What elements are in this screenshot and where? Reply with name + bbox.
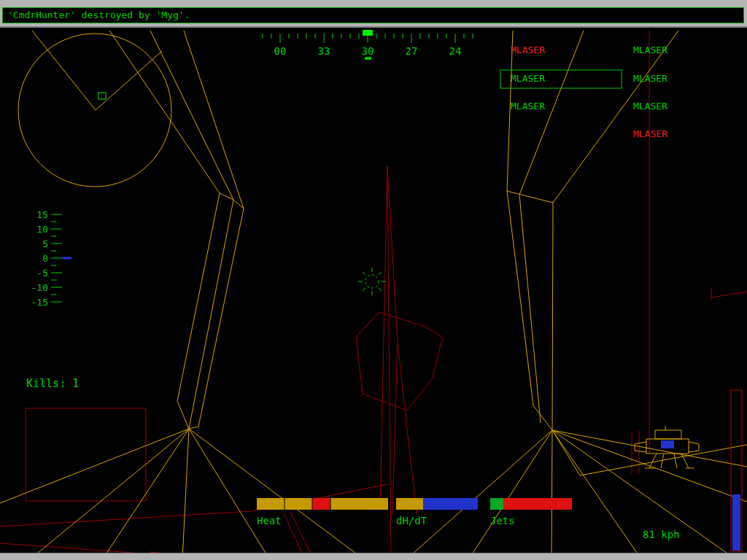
- jets-bar-green-segment: [490, 498, 503, 510]
- compass-label: 27: [406, 45, 418, 57]
- red-right-marks: [711, 288, 747, 300]
- throttle-gauge: [731, 390, 742, 551]
- pitch-label: 0: [42, 253, 48, 264]
- shoulder-joint-circle: [18, 34, 171, 187]
- weapon-item[interactable]: MLASER: [633, 128, 667, 139]
- left-knee-fan: [0, 429, 365, 560]
- pitch-label: -15: [31, 297, 48, 308]
- pitch-label: -5: [36, 268, 48, 279]
- kill-message-text: 'CmdrHunter' destroyed by 'Myg'.: [7, 9, 190, 20]
- shoulder-joint-spokes: [32, 31, 162, 110]
- dhdt-bar-label: dH/dT: [396, 515, 427, 526]
- jets-bar-label: Jets: [490, 515, 515, 526]
- weapon-item[interactable]: MLASER: [511, 44, 545, 55]
- pitch-label: 10: [36, 224, 48, 235]
- pitch-label: 5: [42, 238, 48, 249]
- heat-bar-danger-segment: [312, 498, 330, 510]
- pitch-label: 15: [36, 209, 48, 220]
- weapon-item[interactable]: MLASER: [633, 73, 667, 84]
- game-screen: 00 33 30 27 24 15 10 5 0 -5 -10 -15 Kill…: [0, 0, 747, 560]
- window-titlebar: 'CmdrHunter' destroyed by 'Myg'.: [0, 0, 747, 28]
- left-strut-lower: [177, 193, 244, 429]
- red-ground-lines: [0, 484, 388, 560]
- compass-tape: 00 33 30 27 24: [263, 30, 473, 60]
- pitch-label: -10: [31, 282, 48, 293]
- mech-right-arm: [689, 442, 699, 452]
- compass-label: 33: [318, 45, 330, 57]
- dhdt-bar: [396, 498, 423, 510]
- aim-reticle-icon: [358, 268, 386, 295]
- status-bars: Heat dH/dT Jets: [257, 498, 572, 526]
- right-strut-upper: [507, 31, 678, 203]
- enemy-mech-wireframe: [635, 426, 699, 468]
- right-strut-lower: [507, 191, 553, 430]
- red-mech-projection-lines: [632, 430, 639, 474]
- weapon-item[interactable]: MLASER: [511, 101, 545, 112]
- jets-bar: [503, 498, 572, 510]
- pitch-major-ticks: [51, 214, 62, 302]
- mech-head: [655, 426, 681, 439]
- weapon-item-selected[interactable]: MLASER: [511, 73, 545, 84]
- speed-readout: 81 kph: [643, 529, 680, 540]
- right-knee-fan: [406, 430, 747, 560]
- weapon-list: MLASER MLASER MLASER MLASER MLASER MLASE…: [500, 44, 667, 139]
- dhdt-bar-blue-segment: [423, 498, 478, 510]
- weapon-item[interactable]: MLASER: [633, 44, 667, 55]
- heading-sub-marker: [365, 57, 371, 60]
- bottom-window-strip: [0, 553, 747, 560]
- kill-message-box: 'CmdrHunter' destroyed by 'Myg'.: [2, 7, 744, 23]
- kills-counter: Kills: 1: [26, 377, 79, 390]
- mech-core: [661, 440, 674, 448]
- compass-label: 24: [449, 45, 462, 57]
- red-road-lines: [283, 512, 312, 556]
- compass-label: 00: [274, 45, 287, 57]
- pitch-ladder: 15 10 5 0 -5 -10 -15: [31, 209, 71, 308]
- cockpit-viewport: 00 33 30 27 24 15 10 5 0 -5 -10 -15 Kill…: [0, 0, 747, 560]
- radar-contact-marker: [98, 93, 106, 99]
- throttle-gauge-fill: [732, 494, 740, 551]
- weapon-item[interactable]: MLASER: [633, 101, 667, 112]
- left-strut-upper: [109, 31, 244, 209]
- heat-bar-label: Heat: [257, 515, 282, 526]
- compass-label: 30: [362, 45, 374, 57]
- red-building-outline: [26, 408, 146, 501]
- heading-pointer: [363, 30, 373, 36]
- red-spire: [380, 166, 417, 554]
